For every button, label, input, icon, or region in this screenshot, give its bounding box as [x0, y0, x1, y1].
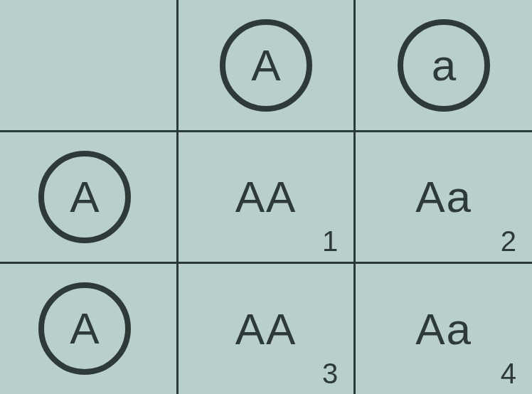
genotype-text: AA	[235, 171, 297, 222]
col-header-1: A	[177, 0, 354, 132]
row-header-1-label: A	[70, 175, 99, 219]
table-row: A AA 1 Aa 2	[0, 132, 532, 263]
col-header-2-label: a	[432, 43, 456, 87]
cell-1: AA 1	[177, 132, 354, 263]
allele-circle-icon: a	[398, 19, 490, 112]
allele-circle-icon: A	[38, 282, 131, 375]
col-header-1-label: A	[251, 43, 280, 87]
row-header-2-label: A	[70, 307, 99, 351]
cell-number: 1	[322, 225, 338, 257]
row-header-2: A	[0, 262, 177, 394]
genotype-text: Aa	[415, 171, 472, 222]
col-header-2: a	[355, 0, 532, 132]
table-row: A AA 3 Aa 4	[0, 262, 532, 394]
empty-corner	[0, 0, 177, 132]
allele-circle-icon: A	[38, 151, 131, 243]
cell-2: Aa 2	[355, 132, 532, 263]
header-row: A a	[0, 0, 532, 132]
punnett-table: A a A AA 1 Aa 2	[0, 0, 532, 394]
cell-number: 2	[501, 225, 516, 257]
cell-4: Aa 4	[355, 262, 532, 394]
genotype-text: Aa	[415, 304, 472, 354]
allele-circle-icon: A	[220, 19, 312, 112]
genotype-text: AA	[235, 304, 297, 354]
cell-number: 3	[322, 358, 338, 390]
punnett-square: A a A AA 1 Aa 2	[0, 0, 532, 394]
row-header-1: A	[0, 132, 177, 263]
cell-3: AA 3	[177, 262, 354, 394]
cell-number: 4	[501, 358, 516, 390]
